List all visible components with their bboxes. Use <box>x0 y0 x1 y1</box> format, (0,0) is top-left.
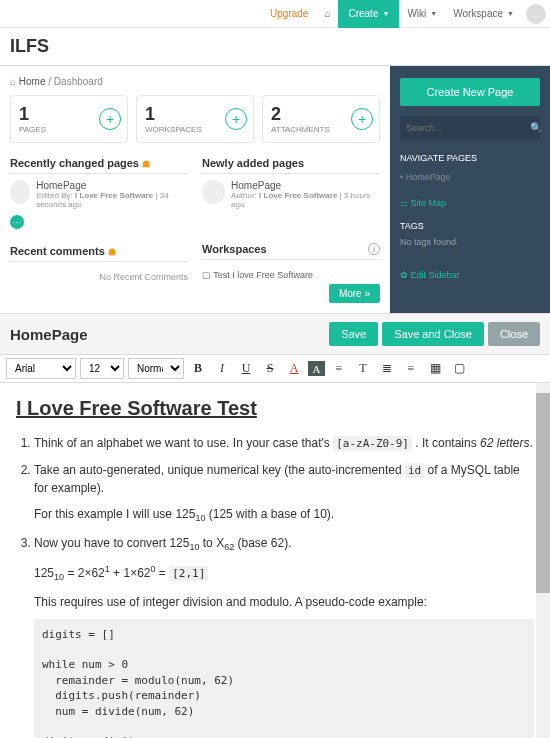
sidebar: Create New Page 🔍 NAVIGATE PAGES • HomeP… <box>390 66 550 313</box>
breadcrumb: ⌂ Home / Dashboard <box>10 76 380 87</box>
scrollbar[interactable] <box>536 383 550 738</box>
info-icon[interactable]: i <box>368 243 380 255</box>
paragraph: For this example I will use 12510 (125 w… <box>34 505 534 526</box>
add-workspace-button[interactable]: + <box>225 108 247 130</box>
image-button[interactable]: ▢ <box>449 359 469 379</box>
document-title: I Love Free Software Test <box>16 397 534 420</box>
highlight-button[interactable]: A <box>308 361 325 376</box>
stat-workspaces: 1 WORKSPACES + <box>136 95 254 143</box>
author-avatar <box>202 180 225 204</box>
no-tags-text: No tags found. <box>400 237 540 247</box>
create-new-page-button[interactable]: Create New Page <box>400 78 540 106</box>
font-color-button[interactable]: A <box>284 359 304 379</box>
italic-button[interactable]: I <box>212 359 232 379</box>
wiki-menu[interactable]: Wiki▼ <box>399 0 445 28</box>
align-button[interactable]: ≡ <box>329 359 349 379</box>
stats-row: 1 PAGES + 1 WORKSPACES + 2 ATTACHMENTS + <box>10 95 380 143</box>
edit-sidebar-link[interactable]: ✿ Edit Sidebar <box>400 267 540 283</box>
newly-added-heading: Newly added pages <box>202 157 380 174</box>
list-item: Think of an alphabet we want to use. In … <box>34 434 534 453</box>
paragraph-style-select[interactable]: Normal <box>128 358 184 379</box>
navigate-pages-heading: NAVIGATE PAGES <box>400 153 540 163</box>
rss-icon[interactable]: ☗ <box>108 247 116 257</box>
add-page-button[interactable]: + <box>99 108 121 130</box>
table-button[interactable]: ▦ <box>425 359 445 379</box>
breadcrumb-current: Dashboard <box>54 76 103 87</box>
workspace-item[interactable]: ▢ Test I love Free Software <box>202 266 380 284</box>
list-item: Now you have to convert 12510 to X62 (ba… <box>34 534 534 555</box>
author-avatar <box>10 180 30 204</box>
underline-button[interactable]: U <box>236 359 256 379</box>
more-dots-button[interactable]: ⋯ <box>10 215 24 229</box>
tags-heading: TAGS <box>400 221 540 231</box>
caret-down-icon: ▼ <box>382 10 389 17</box>
unordered-list-button[interactable]: ≡ <box>401 359 421 379</box>
stat-pages: 1 PAGES + <box>10 95 128 143</box>
strikethrough-button[interactable]: S <box>260 359 280 379</box>
workspaces-heading: Workspaces i <box>202 243 380 260</box>
scroll-thumb[interactable] <box>536 393 550 593</box>
save-and-close-button[interactable]: Save and Close <box>382 322 484 346</box>
paragraph: This requires use of integer division an… <box>34 593 534 611</box>
breadcrumb-home[interactable]: Home <box>19 76 46 87</box>
add-attachment-button[interactable]: + <box>351 108 373 130</box>
list-item: Take an auto-generated, unique numerical… <box>34 461 534 498</box>
font-family-select[interactable]: Arial <box>6 358 76 379</box>
site-title: ILFS <box>0 28 550 66</box>
dashboard-main: ⌂ Home / Dashboard 1 PAGES + 1 WORKSPACE… <box>0 66 390 313</box>
editor-page-title: HomePage <box>10 326 325 343</box>
close-button[interactable]: Close <box>488 322 540 346</box>
editor-header: HomePage Save Save and Close Close <box>0 313 550 355</box>
sidebar-search: 🔍 <box>400 116 540 139</box>
user-avatar[interactable] <box>526 4 546 24</box>
home-icon: ⌂ <box>10 76 16 87</box>
paragraph: 12510 = 2×621 + 1×620 = [2,1] <box>34 563 534 585</box>
save-button[interactable]: Save <box>329 322 378 346</box>
workspace-menu[interactable]: Workspace▼ <box>445 0 522 28</box>
page-item[interactable]: HomePage Author: I Love Free Software | … <box>202 180 380 209</box>
recent-comments-heading: Recent comments ☗ <box>10 245 188 262</box>
page-item[interactable]: HomePage Edited By: I Love Free Software… <box>10 180 188 209</box>
upgrade-link[interactable]: Upgrade <box>262 0 316 28</box>
top-header: Upgrade ⌂ Create▼ Wiki▼ Workspace▼ <box>0 0 550 28</box>
font-size-select[interactable]: 12 pt <box>80 358 124 379</box>
page-meta: Author: I Love Free Software | 3 hours a… <box>231 191 380 209</box>
recently-changed-heading: Recently changed pages ☗ <box>10 157 188 174</box>
rss-icon[interactable]: ☗ <box>142 159 150 169</box>
clear-format-button[interactable]: T <box>353 359 373 379</box>
sidebar-homepage-link[interactable]: • HomePage <box>400 169 540 185</box>
bold-button[interactable]: B <box>188 359 208 379</box>
home-icon: ⌂ <box>324 8 330 19</box>
more-button[interactable]: More » <box>329 284 380 303</box>
ordered-list-button[interactable]: ≣ <box>377 359 397 379</box>
page-name: HomePage <box>231 180 380 191</box>
sidebar-sitemap-link[interactable]: ⚏ Site Map <box>400 195 540 211</box>
create-button[interactable]: Create▼ <box>338 0 399 28</box>
home-icon-link[interactable]: ⌂ <box>316 0 338 28</box>
search-input[interactable] <box>401 117 523 138</box>
page-meta: Edited By: I Love Free Software | 34 sec… <box>36 191 188 209</box>
code-block: digits = [] while num > 0 remainder = mo… <box>34 619 534 738</box>
caret-down-icon: ▼ <box>430 10 437 17</box>
editor-content[interactable]: I Love Free Software Test Think of an al… <box>0 383 550 738</box>
stat-attachments: 2 ATTACHMENTS + <box>262 95 380 143</box>
no-comments-text: No Recent Comments <box>10 268 188 286</box>
search-icon[interactable]: 🔍 <box>523 117 549 138</box>
caret-down-icon: ▼ <box>507 10 514 17</box>
page-name: HomePage <box>36 180 188 191</box>
editor-toolbar: Arial 12 pt Normal B I U S A A ≡ T ≣ ≡ ▦… <box>0 355 550 383</box>
